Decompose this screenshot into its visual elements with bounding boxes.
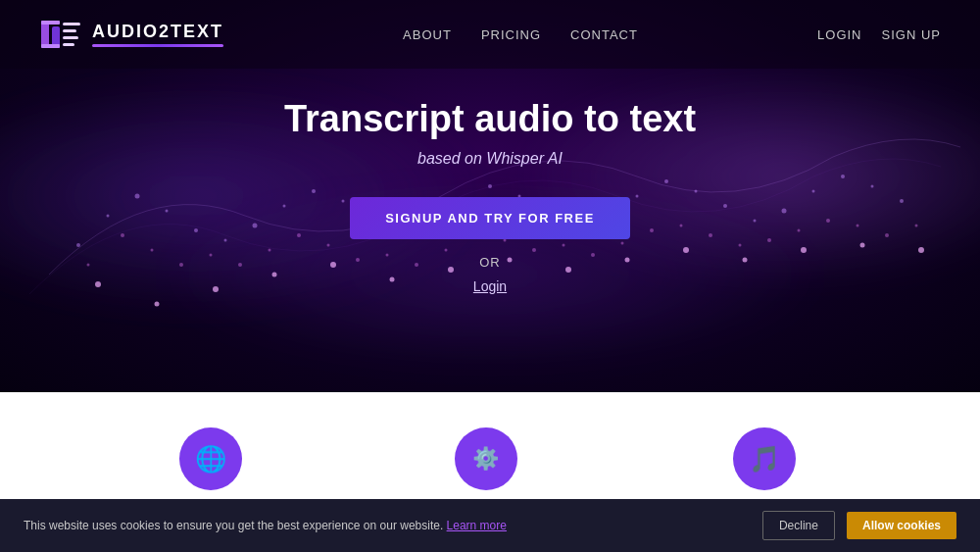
cookie-decline-button[interactable]: Decline <box>762 511 835 540</box>
logo[interactable]: AUDIO2TEXT <box>39 13 223 56</box>
cookie-banner: This website uses cookies to ensure you … <box>0 499 980 552</box>
nav-about[interactable]: ABOUT <box>403 27 452 42</box>
cookie-allow-button[interactable]: Allow cookies <box>847 512 956 539</box>
svg-rect-3 <box>41 44 60 48</box>
nav-signup[interactable]: SIGN UP <box>882 27 941 42</box>
hero-subtitle: based on Whisper AI <box>284 150 696 168</box>
nav-pricing[interactable]: PRICING <box>481 27 541 42</box>
nav-login[interactable]: LOGIN <box>817 27 861 42</box>
cookie-learn-more-link[interactable]: Learn more <box>447 519 507 532</box>
cta-signup-button[interactable]: SIGNUP AND TRY FOR FREE <box>350 197 630 239</box>
logo-underline <box>92 44 223 47</box>
svg-rect-5 <box>63 29 76 32</box>
feature-accuracy-icon: 🌐 <box>179 427 242 490</box>
cookie-text: This website uses cookies to ensure you … <box>24 519 751 532</box>
nav-links: ABOUT PRICING CONTACT <box>403 27 638 42</box>
logo-icon <box>39 13 82 56</box>
svg-rect-2 <box>41 21 60 25</box>
brand-name: AUDIO2TEXT <box>92 22 223 42</box>
hero-or-text: OR <box>284 255 696 270</box>
hero-title: Transcript audio to text <box>284 98 696 140</box>
svg-rect-7 <box>63 43 74 46</box>
feature-openai-icon: ⚙️ <box>455 427 517 490</box>
feature-multiformat-icon: 🎵 <box>733 427 796 490</box>
svg-rect-0 <box>41 21 49 48</box>
svg-rect-4 <box>63 23 80 25</box>
nav-auth: LOGIN SIGN UP <box>817 27 941 42</box>
nav-contact[interactable]: CONTACT <box>570 27 638 42</box>
svg-rect-6 <box>63 36 78 39</box>
navbar: AUDIO2TEXT ABOUT PRICING CONTACT LOGIN S… <box>0 0 980 69</box>
hero-login-link[interactable]: Login <box>473 278 507 294</box>
hero-content: Transcript audio to text based on Whispe… <box>284 98 696 295</box>
